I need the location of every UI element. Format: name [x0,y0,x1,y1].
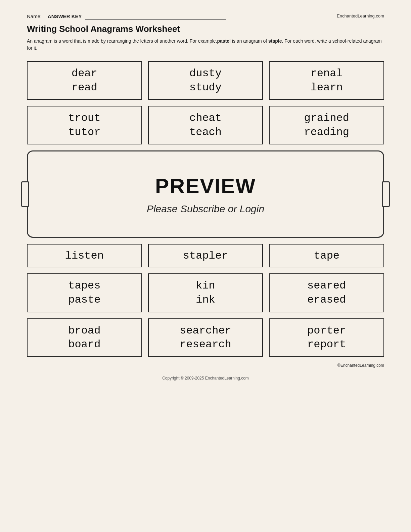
answer-ink: ink [196,293,215,307]
desc-text-middle: is an anagram of [231,38,268,44]
word-stapler: stapler [183,250,228,262]
partial-row: listen stapler tape [27,244,384,267]
site-name: EnchantedLearning.com [337,13,384,18]
word-box-grained: grained reading [269,106,384,144]
word-box-searcher: searcher research [148,318,263,357]
preview-subtitle: Please Subscribe or Login [147,203,264,215]
answer-erased: erased [307,293,346,307]
word-kin: kin [196,279,215,293]
answer-research: research [180,338,231,352]
grid-row1: dear read dusty study renal learn [27,61,384,100]
answer-report: report [307,338,346,352]
partial-box-listen: listen [27,244,142,267]
answer-board: board [68,338,100,352]
name-value: ANSWER KEY [48,13,82,19]
word-porter: porter [307,324,346,338]
preview-section: PREVIEW Please Subscribe or Login [27,150,384,238]
word-box-dear: dear read [27,61,142,100]
word-box-porter: porter report [269,318,384,357]
word-cheat: cheat [189,111,222,125]
answer-teach: teach [189,125,222,139]
name-label: Name: [27,13,42,19]
answer-paste: paste [68,293,100,307]
word-box-seared: seared erased [269,273,384,312]
page-title: Writing School Anagrams Worksheet [27,24,384,34]
description: An anagram is a word that is made by rea… [27,38,384,52]
answer-read: read [72,81,97,95]
answer-reading: reading [304,125,349,139]
word-searcher: searcher [180,324,231,338]
word-box-trout: trout tutor [27,106,142,144]
word-box-broad: broad board [27,318,142,357]
word-seared: seared [307,279,346,293]
partial-box-stapler: stapler [148,244,263,267]
answer-tutor: tutor [68,125,100,139]
word-tape: tape [314,250,339,262]
desc-bold1: pastel [217,38,231,44]
name-underline [85,13,226,20]
top-bar: Name: ANSWER KEY EnchantedLearning.com [27,13,384,20]
word-broad: broad [68,324,100,338]
desc-bold2: staple [268,38,282,44]
word-box-renal: renal learn [269,61,384,100]
word-tapes: tapes [68,279,100,293]
word-dusty: dusty [189,66,222,81]
word-listen: listen [65,250,104,262]
word-grained: grained [304,111,349,125]
answer-learn: learn [311,81,343,95]
grid-row2: trout tutor cheat teach grained reading [27,106,384,144]
answer-study: study [189,81,222,95]
word-renal: renal [311,66,343,81]
word-box-dusty: dusty study [148,61,263,100]
word-trout: trout [68,111,100,125]
name-line: Name: ANSWER KEY [27,13,226,20]
partial-box-tape: tape [269,244,384,267]
desc-text-before: An anagram is a word that is made by rea… [27,38,217,44]
footer-copyright: Copyright © 2009-2025 EnchantedLearning.… [27,376,384,381]
enchanted-watermark: ©EnchantedLearning.com [27,363,384,368]
word-box-tapes: tapes paste [27,273,142,312]
grid-row4: tapes paste kin ink seared erased [27,273,384,312]
word-dear: dear [72,66,97,81]
word-box-kin: kin ink [148,273,263,312]
preview-title: PREVIEW [155,174,256,198]
word-box-cheat: cheat teach [148,106,263,144]
grid-row5: broad board searcher research porter rep… [27,318,384,357]
